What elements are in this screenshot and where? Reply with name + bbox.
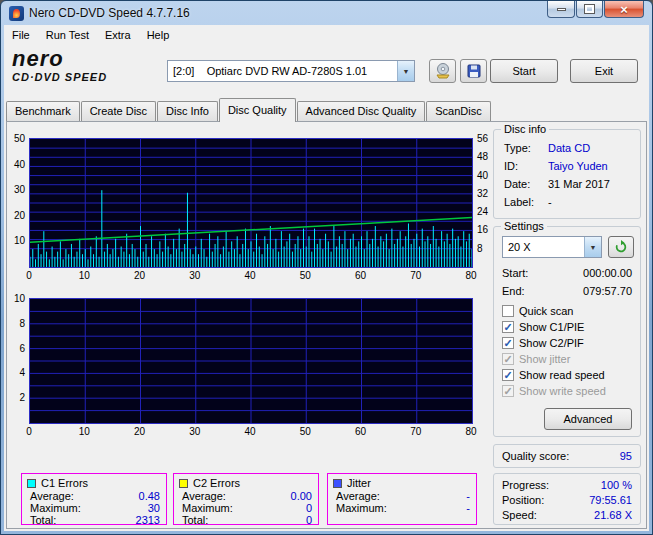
speed-value: 21.68 X [594, 509, 632, 521]
jitter-average-value: - [466, 490, 470, 502]
maximize-icon [585, 5, 594, 13]
checkbox-box: ✓ [502, 385, 514, 397]
save-icon [466, 63, 482, 79]
tab-scandisc[interactable]: ScanDisc [426, 101, 490, 121]
c1-chart-x-ticks: 01020304050607080 [29, 271, 473, 283]
checkbox-box: ✓ [502, 353, 514, 365]
nero-logo-text: nero [12, 47, 162, 71]
c1-maximum-value: 30 [148, 502, 160, 514]
axis-tick: 10 [79, 427, 90, 437]
c2-chart-plot [29, 298, 473, 424]
axis-tick: 30 [14, 185, 25, 195]
nero-logo: nero CD·DVD SPEED [12, 47, 162, 83]
axis-tick: 0 [26, 427, 32, 437]
axis-tick: 50 [300, 427, 311, 437]
save-results-button[interactable] [460, 59, 487, 83]
c2-errors-title: C2 Errors [193, 477, 240, 489]
axis-tick: 8 [19, 319, 25, 329]
checkbox-box[interactable] [502, 305, 514, 317]
axis-tick: 56 [477, 134, 488, 144]
tab-advanced-disc-quality[interactable]: Advanced Disc Quality [297, 101, 426, 121]
start-button[interactable]: Start [490, 59, 558, 83]
window-title: Nero CD-DVD Speed 4.7.7.16 [29, 6, 190, 20]
disc-id-label: ID: [504, 160, 518, 172]
axis-tick: 20 [134, 427, 145, 437]
advanced-button[interactable]: Advanced [544, 408, 632, 430]
chevron-down-icon[interactable]: ▼ [397, 61, 414, 81]
checkbox-box[interactable]: ✓ [502, 321, 514, 333]
checkbox-box[interactable]: ✓ [502, 369, 514, 381]
axis-tick: 70 [410, 427, 421, 437]
progress-value: 100 % [601, 479, 632, 491]
c2-maximum-value: 0 [306, 502, 312, 514]
checkbox-show-c1-pie[interactable]: ✓Show C1/PIE [502, 319, 636, 335]
c1-average-value: 0.48 [139, 490, 160, 502]
axis-tick: 2 [19, 393, 25, 403]
c2-total-value: 0 [306, 514, 312, 526]
checkbox-show-c2-pif[interactable]: ✓Show C2/PIF [502, 335, 636, 351]
toolbar: nero CD·DVD SPEED [2:0] Optiarc DVD RW A… [4, 45, 649, 97]
menu-extra[interactable]: Extra [97, 26, 139, 44]
axis-tick: 30 [189, 427, 200, 437]
jitter-panel: Jitter Average:- Maximum:- [327, 473, 477, 525]
tabstrip: Benchmark Create Disc Disc Info Disc Qua… [6, 97, 647, 121]
disc-info-title: Disc info [501, 123, 549, 135]
menu-help[interactable]: Help [139, 26, 178, 44]
c2-chart-left-ticks: 246810 [7, 298, 27, 424]
c1-chart-left-ticks: 1020304050 [7, 138, 27, 268]
axis-tick: 10 [14, 236, 25, 246]
close-button[interactable]: × [604, 1, 644, 18]
maximize-button[interactable] [576, 1, 603, 18]
axis-tick: 80 [465, 427, 476, 437]
progress-box: Progress: 100 % Position: 79:55.61 Speed… [493, 473, 641, 525]
refresh-speeds-button[interactable] [608, 236, 634, 258]
scan-speed-value: 20 X [508, 241, 531, 253]
disc-info-groupbox: Disc info Type: Data CD ID: Taiyo Yuden … [493, 129, 641, 219]
axis-tick: 40 [14, 160, 25, 170]
checkbox-label: Show jitter [519, 353, 570, 365]
eject-disc-button[interactable] [429, 59, 456, 83]
axis-tick: 50 [300, 271, 311, 281]
drive-select-combo[interactable]: [2:0] Optiarc DVD RW AD-7280S 1.01 ▼ [167, 60, 415, 82]
checkbox-show-read-speed[interactable]: ✓Show read speed [502, 367, 636, 383]
cddvd-speed-logo-text: CD·DVD SPEED [12, 71, 162, 83]
jitter-title: Jitter [347, 477, 371, 489]
disc-date-label: Date: [504, 178, 530, 190]
titlebar: Nero CD-DVD Speed 4.7.7.16 × [1, 1, 652, 25]
disc-id-value: Taiyo Yuden [548, 160, 608, 172]
close-icon: × [620, 3, 628, 16]
checkbox-label: Show C2/PIF [519, 337, 584, 349]
exit-button[interactable]: Exit [570, 59, 638, 83]
axis-tick: 20 [134, 271, 145, 281]
checkbox-label: Quick scan [519, 305, 573, 317]
tab-benchmark[interactable]: Benchmark [6, 101, 80, 121]
c2-chart-x-ticks: 01020304050607080 [29, 427, 473, 439]
axis-tick: 16 [477, 225, 488, 235]
app-window: Nero CD-DVD Speed 4.7.7.16 × File Run Te… [0, 0, 653, 535]
tab-disc-quality[interactable]: Disc Quality [219, 98, 296, 122]
tab-create-disc[interactable]: Create Disc [81, 101, 156, 121]
checkbox-box[interactable]: ✓ [502, 337, 514, 349]
scan-end-label: End: [502, 285, 525, 297]
scan-end-value: 079:57.70 [583, 285, 632, 297]
c1-errors-title: C1 Errors [41, 477, 88, 489]
menu-file[interactable]: File [4, 26, 38, 44]
scan-start-value: 000:00.00 [583, 267, 632, 279]
settings-groupbox: Settings 20 X ▼ Start: 000:00.00 End: [493, 226, 641, 437]
c2-average-label: Average: [182, 490, 226, 502]
chevron-down-icon[interactable]: ▼ [584, 237, 601, 257]
quality-score-box: Quality score: 95 [493, 444, 641, 468]
c1-chart-plot [29, 138, 473, 268]
axis-tick: 6 [19, 344, 25, 354]
minimize-button[interactable] [547, 1, 575, 18]
scan-speed-combo[interactable]: 20 X ▼ [502, 236, 602, 258]
tab-disc-info[interactable]: Disc Info [157, 101, 218, 121]
scan-start-label: Start: [502, 267, 528, 279]
axis-tick: 40 [244, 271, 255, 281]
disc-type-value: Data CD [548, 142, 590, 154]
menu-run-test[interactable]: Run Test [38, 26, 97, 44]
axis-tick: 40 [244, 427, 255, 437]
checkbox-label: Show C1/PIE [519, 321, 584, 333]
checkbox-quick-scan[interactable]: Quick scan [502, 303, 636, 319]
disc-label-label: Label: [504, 196, 534, 208]
